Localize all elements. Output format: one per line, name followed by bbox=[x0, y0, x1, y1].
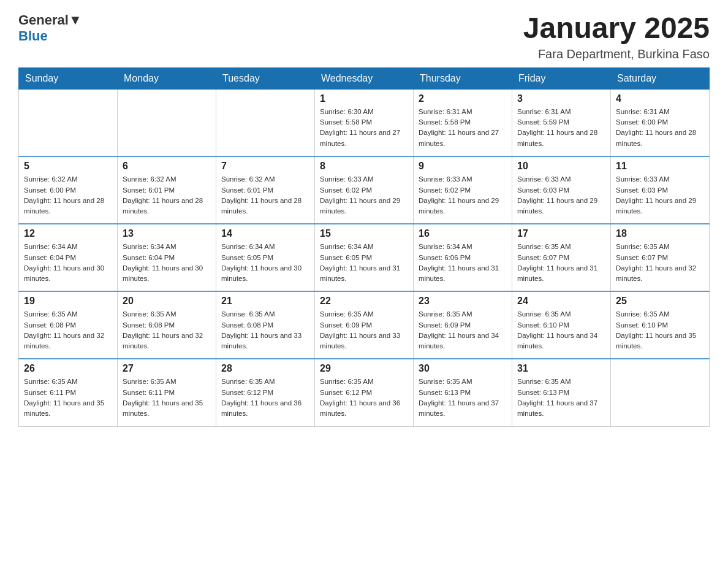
day-info: Sunrise: 6:32 AMSunset: 6:01 PMDaylight:… bbox=[221, 174, 309, 216]
day-number: 10 bbox=[517, 161, 605, 172]
day-number: 29 bbox=[320, 363, 408, 374]
day-info: Sunrise: 6:35 AMSunset: 6:12 PMDaylight:… bbox=[221, 377, 309, 419]
logo-text: General▼Blue bbox=[18, 12, 82, 44]
logo-general: General bbox=[18, 12, 69, 28]
day-info: Sunrise: 6:35 AMSunset: 6:13 PMDaylight:… bbox=[419, 377, 507, 419]
day-info: Sunrise: 6:30 AMSunset: 5:58 PMDaylight:… bbox=[320, 107, 408, 149]
day-number: 23 bbox=[419, 296, 507, 307]
day-info: Sunrise: 6:33 AMSunset: 6:03 PMDaylight:… bbox=[517, 174, 605, 216]
calendar-cell: 29Sunrise: 6:35 AMSunset: 6:12 PMDayligh… bbox=[315, 359, 414, 426]
day-info: Sunrise: 6:35 AMSunset: 6:09 PMDaylight:… bbox=[320, 309, 408, 351]
day-number: 13 bbox=[123, 228, 211, 239]
day-number: 28 bbox=[221, 363, 309, 374]
page-header: General▼Blue January 2025 Fara Departmen… bbox=[18, 12, 710, 61]
day-number: 16 bbox=[419, 228, 507, 239]
calendar-cell: 26Sunrise: 6:35 AMSunset: 6:11 PMDayligh… bbox=[19, 359, 118, 426]
calendar-cell: 28Sunrise: 6:35 AMSunset: 6:12 PMDayligh… bbox=[216, 359, 315, 426]
day-number: 26 bbox=[24, 363, 112, 374]
day-info: Sunrise: 6:33 AMSunset: 6:02 PMDaylight:… bbox=[320, 174, 408, 216]
day-info: Sunrise: 6:35 AMSunset: 6:10 PMDaylight:… bbox=[517, 309, 605, 351]
calendar-cell: 30Sunrise: 6:35 AMSunset: 6:13 PMDayligh… bbox=[414, 359, 512, 426]
calendar-cell: 22Sunrise: 6:35 AMSunset: 6:09 PMDayligh… bbox=[315, 291, 414, 359]
day-header-monday: Monday bbox=[118, 67, 216, 89]
day-info: Sunrise: 6:35 AMSunset: 6:10 PMDaylight:… bbox=[616, 309, 704, 351]
calendar-table: SundayMondayTuesdayWednesdayThursdayFrid… bbox=[18, 67, 710, 427]
day-number: 3 bbox=[517, 93, 605, 104]
day-number: 18 bbox=[616, 228, 704, 239]
day-info: Sunrise: 6:35 AMSunset: 6:08 PMDaylight:… bbox=[221, 309, 309, 351]
day-info: Sunrise: 6:34 AMSunset: 6:04 PMDaylight:… bbox=[123, 242, 211, 284]
day-number: 2 bbox=[419, 93, 507, 104]
day-number: 22 bbox=[320, 296, 408, 307]
week-row-3: 12Sunrise: 6:34 AMSunset: 6:04 PMDayligh… bbox=[19, 224, 710, 291]
day-number: 30 bbox=[419, 363, 507, 374]
calendar-cell: 14Sunrise: 6:34 AMSunset: 6:05 PMDayligh… bbox=[216, 224, 315, 291]
day-info: Sunrise: 6:34 AMSunset: 6:06 PMDaylight:… bbox=[419, 242, 507, 284]
day-header-saturday: Saturday bbox=[611, 67, 710, 89]
calendar-cell: 6Sunrise: 6:32 AMSunset: 6:01 PMDaylight… bbox=[118, 156, 216, 224]
calendar-cell: 9Sunrise: 6:33 AMSunset: 6:02 PMDaylight… bbox=[414, 156, 512, 224]
day-number: 7 bbox=[221, 161, 309, 172]
day-info: Sunrise: 6:35 AMSunset: 6:09 PMDaylight:… bbox=[419, 309, 507, 351]
calendar-cell: 5Sunrise: 6:32 AMSunset: 6:00 PMDaylight… bbox=[19, 156, 118, 224]
day-info: Sunrise: 6:31 AMSunset: 6:00 PMDaylight:… bbox=[616, 107, 704, 149]
day-info: Sunrise: 6:35 AMSunset: 6:11 PMDaylight:… bbox=[24, 377, 112, 419]
day-number: 5 bbox=[24, 161, 112, 172]
calendar-cell bbox=[611, 359, 710, 426]
calendar-cell: 10Sunrise: 6:33 AMSunset: 6:03 PMDayligh… bbox=[512, 156, 611, 224]
day-info: Sunrise: 6:32 AMSunset: 6:00 PMDaylight:… bbox=[24, 174, 112, 216]
week-row-4: 19Sunrise: 6:35 AMSunset: 6:08 PMDayligh… bbox=[19, 291, 710, 359]
day-number: 1 bbox=[320, 93, 408, 104]
calendar-cell: 25Sunrise: 6:35 AMSunset: 6:10 PMDayligh… bbox=[611, 291, 710, 359]
day-number: 4 bbox=[616, 93, 704, 104]
day-info: Sunrise: 6:32 AMSunset: 6:01 PMDaylight:… bbox=[123, 174, 211, 216]
day-number: 15 bbox=[320, 228, 408, 239]
day-info: Sunrise: 6:35 AMSunset: 6:12 PMDaylight:… bbox=[320, 377, 408, 419]
calendar-cell bbox=[19, 89, 118, 156]
day-number: 14 bbox=[221, 228, 309, 239]
calendar-cell: 7Sunrise: 6:32 AMSunset: 6:01 PMDaylight… bbox=[216, 156, 315, 224]
day-info: Sunrise: 6:35 AMSunset: 6:08 PMDaylight:… bbox=[24, 309, 112, 351]
calendar-cell: 24Sunrise: 6:35 AMSunset: 6:10 PMDayligh… bbox=[512, 291, 611, 359]
calendar-cell: 27Sunrise: 6:35 AMSunset: 6:11 PMDayligh… bbox=[118, 359, 216, 426]
calendar-cell: 11Sunrise: 6:33 AMSunset: 6:03 PMDayligh… bbox=[611, 156, 710, 224]
day-number: 24 bbox=[517, 296, 605, 307]
week-row-1: 1Sunrise: 6:30 AMSunset: 5:58 PMDaylight… bbox=[19, 89, 710, 156]
day-number: 21 bbox=[221, 296, 309, 307]
calendar-subtitle: Fara Department, Burkina Faso bbox=[523, 47, 710, 61]
day-number: 8 bbox=[320, 161, 408, 172]
logo-triangle-icon: ▼ bbox=[69, 12, 82, 28]
day-number: 27 bbox=[123, 363, 211, 374]
day-info: Sunrise: 6:31 AMSunset: 5:58 PMDaylight:… bbox=[419, 107, 507, 149]
calendar-cell: 18Sunrise: 6:35 AMSunset: 6:07 PMDayligh… bbox=[611, 224, 710, 291]
day-info: Sunrise: 6:34 AMSunset: 6:05 PMDaylight:… bbox=[221, 242, 309, 284]
day-number: 12 bbox=[24, 228, 112, 239]
calendar-cell: 21Sunrise: 6:35 AMSunset: 6:08 PMDayligh… bbox=[216, 291, 315, 359]
calendar-cell: 16Sunrise: 6:34 AMSunset: 6:06 PMDayligh… bbox=[414, 224, 512, 291]
day-header-wednesday: Wednesday bbox=[315, 67, 414, 89]
calendar-cell: 12Sunrise: 6:34 AMSunset: 6:04 PMDayligh… bbox=[19, 224, 118, 291]
calendar-cell: 2Sunrise: 6:31 AMSunset: 5:58 PMDaylight… bbox=[414, 89, 512, 156]
day-header-tuesday: Tuesday bbox=[216, 67, 315, 89]
calendar-cell: 15Sunrise: 6:34 AMSunset: 6:05 PMDayligh… bbox=[315, 224, 414, 291]
day-number: 17 bbox=[517, 228, 605, 239]
logo: General▼Blue bbox=[18, 12, 82, 44]
calendar-cell bbox=[118, 89, 216, 156]
day-number: 6 bbox=[123, 161, 211, 172]
calendar-cell bbox=[216, 89, 315, 156]
days-header-row: SundayMondayTuesdayWednesdayThursdayFrid… bbox=[19, 67, 710, 89]
day-info: Sunrise: 6:33 AMSunset: 6:02 PMDaylight:… bbox=[419, 174, 507, 216]
calendar-cell: 19Sunrise: 6:35 AMSunset: 6:08 PMDayligh… bbox=[19, 291, 118, 359]
calendar-cell: 3Sunrise: 6:31 AMSunset: 5:59 PMDaylight… bbox=[512, 89, 611, 156]
day-info: Sunrise: 6:34 AMSunset: 6:04 PMDaylight:… bbox=[24, 242, 112, 284]
day-number: 11 bbox=[616, 161, 704, 172]
day-info: Sunrise: 6:31 AMSunset: 5:59 PMDaylight:… bbox=[517, 107, 605, 149]
day-header-sunday: Sunday bbox=[19, 67, 118, 89]
day-info: Sunrise: 6:35 AMSunset: 6:08 PMDaylight:… bbox=[123, 309, 211, 351]
day-header-thursday: Thursday bbox=[414, 67, 512, 89]
calendar-title: January 2025 bbox=[523, 12, 710, 45]
calendar-cell: 23Sunrise: 6:35 AMSunset: 6:09 PMDayligh… bbox=[414, 291, 512, 359]
calendar-cell: 17Sunrise: 6:35 AMSunset: 6:07 PMDayligh… bbox=[512, 224, 611, 291]
day-info: Sunrise: 6:35 AMSunset: 6:11 PMDaylight:… bbox=[123, 377, 211, 419]
calendar-cell: 31Sunrise: 6:35 AMSunset: 6:13 PMDayligh… bbox=[512, 359, 611, 426]
